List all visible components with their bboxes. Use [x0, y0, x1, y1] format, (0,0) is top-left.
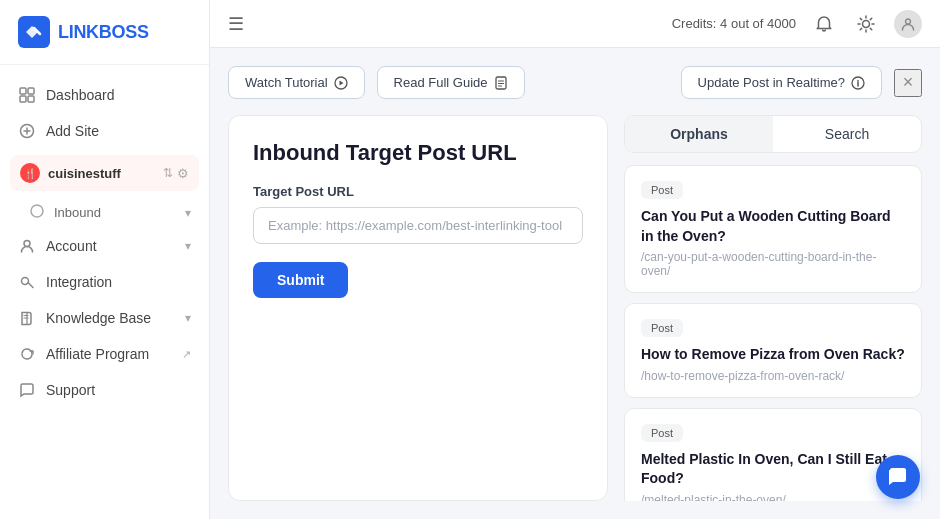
nav-label-knowledge-base: Knowledge Base — [46, 310, 151, 326]
update-realtime-label: Update Post in Realtime? — [698, 75, 845, 90]
nav-item-account[interactable]: Account ▾ — [0, 228, 209, 264]
svg-rect-4 — [28, 96, 34, 102]
logo-icon — [18, 16, 50, 48]
sort-icon[interactable]: ⇅ — [163, 166, 173, 181]
post-card-0[interactable]: Post Can You Put a Wooden Cutting Board … — [624, 165, 922, 293]
nav-item-knowledge-base[interactable]: Knowledge Base ▾ — [0, 300, 209, 336]
submit-label: Submit — [277, 272, 324, 288]
play-icon — [334, 76, 348, 90]
user-icon — [18, 237, 36, 255]
gear-icon[interactable]: ⚙ — [177, 166, 189, 181]
book-icon — [18, 309, 36, 327]
nav-label-add-site: Add Site — [46, 123, 99, 139]
read-guide-button[interactable]: Read Full Guide — [377, 66, 525, 99]
posts-list: Post Can You Put a Wooden Cutting Board … — [624, 165, 922, 501]
svg-point-6 — [31, 205, 43, 217]
nav-label-support: Support — [46, 382, 95, 398]
svg-rect-1 — [20, 88, 26, 94]
logo-text: LINKBOSS — [58, 22, 149, 43]
url-field-label: Target Post URL — [253, 184, 583, 199]
post-url-2: /melted-plastic-in-the-oven/ — [641, 493, 905, 501]
url-field-group: Target Post URL — [253, 184, 583, 244]
theme-icon[interactable] — [852, 10, 880, 38]
post-url-1: /how-to-remove-pizza-from-oven-rack/ — [641, 369, 905, 383]
svg-point-9 — [863, 20, 870, 27]
close-label: × — [903, 72, 914, 93]
columns: Inbound Target Post URL Target Post URL … — [228, 115, 922, 501]
submit-button[interactable]: Submit — [253, 262, 348, 298]
post-title-2: Melted Plastic In Oven, Can I Still Eat … — [641, 450, 905, 489]
svg-rect-2 — [28, 88, 34, 94]
tabs-row: Orphans Search — [624, 115, 922, 153]
nav-item-integration[interactable]: Integration — [0, 264, 209, 300]
nav-item-dashboard[interactable]: Dashboard — [0, 77, 209, 113]
nav-label-account: Account — [46, 238, 97, 254]
svg-point-7 — [24, 241, 30, 247]
svg-rect-3 — [20, 96, 26, 102]
inbound-chevron: ▾ — [185, 206, 191, 220]
external-icon: ↗ — [182, 348, 191, 361]
content-area: Watch Tutorial Read Full Guide Update Po… — [210, 48, 940, 519]
nav-item-add-site[interactable]: Add Site — [0, 113, 209, 149]
chat-icon — [18, 381, 36, 399]
nav-label-integration: Integration — [46, 274, 112, 290]
panel-title: Inbound Target Post URL — [253, 140, 583, 166]
post-tag-1: Post — [641, 319, 683, 337]
svg-point-10 — [906, 19, 911, 24]
post-url-0: /can-you-put-a-wooden-cutting-board-in-t… — [641, 250, 905, 278]
info-icon — [851, 76, 865, 90]
chat-bubble[interactable] — [876, 455, 920, 499]
right-panel: Orphans Search Post Can You Put a Wooden… — [624, 115, 922, 501]
key-icon — [18, 273, 36, 291]
topbar-left: ☰ — [228, 13, 244, 35]
document-icon — [494, 76, 508, 90]
url-input[interactable] — [253, 207, 583, 244]
tab-orphans[interactable]: Orphans — [625, 116, 773, 152]
site-name: cuisinestuff — [48, 166, 155, 181]
avatar[interactable] — [894, 10, 922, 38]
sidebar: LINKBOSS Dashboard Add Site — [0, 0, 210, 519]
account-chevron: ▾ — [185, 239, 191, 253]
post-tag-2: Post — [641, 424, 683, 442]
post-card-2[interactable]: Post Melted Plastic In Oven, Can I Still… — [624, 408, 922, 501]
chat-bubble-icon — [887, 466, 909, 488]
inbound-icon — [30, 204, 44, 221]
left-panel: Inbound Target Post URL Target Post URL … — [228, 115, 608, 501]
sidebar-nav: Dashboard Add Site 🍴 cuisinestuff ⇅ ⚙ — [0, 65, 209, 519]
post-tag-0: Post — [641, 181, 683, 199]
sidebar-logo: LINKBOSS — [0, 0, 209, 65]
post-card-1[interactable]: Post How to Remove Pizza from Oven Rack?… — [624, 303, 922, 398]
watch-tutorial-button[interactable]: Watch Tutorial — [228, 66, 365, 99]
nav-item-affiliate[interactable]: Affiliate Program ↗ — [0, 336, 209, 372]
nav-item-support[interactable]: Support — [0, 372, 209, 408]
nav-label-dashboard: Dashboard — [46, 87, 115, 103]
credits-text: Credits: 4 out of 4000 — [672, 16, 796, 31]
nav-label-affiliate: Affiliate Program — [46, 346, 149, 362]
tab-search-label: Search — [825, 126, 869, 142]
tab-search[interactable]: Search — [773, 116, 921, 152]
post-title-1: How to Remove Pizza from Oven Rack? — [641, 345, 905, 365]
site-section: 🍴 cuisinestuff ⇅ ⚙ — [0, 149, 209, 197]
inbound-item[interactable]: Inbound ▾ — [0, 197, 209, 228]
read-guide-label: Read Full Guide — [394, 75, 488, 90]
site-icon: 🍴 — [20, 163, 40, 183]
tutorial-bar: Watch Tutorial Read Full Guide Update Po… — [228, 66, 922, 99]
inbound-label: Inbound — [54, 205, 101, 220]
close-button[interactable]: × — [894, 69, 922, 97]
topbar: ☰ Credits: 4 out of 4000 — [210, 0, 940, 48]
kb-chevron: ▾ — [185, 311, 191, 325]
site-controls: ⇅ ⚙ — [163, 166, 189, 181]
hamburger-icon[interactable]: ☰ — [228, 13, 244, 35]
topbar-right: Credits: 4 out of 4000 — [672, 10, 922, 38]
plus-icon — [18, 122, 36, 140]
affiliate-icon — [18, 345, 36, 363]
watch-tutorial-label: Watch Tutorial — [245, 75, 328, 90]
post-title-0: Can You Put a Wooden Cutting Board in th… — [641, 207, 905, 246]
grid-icon — [18, 86, 36, 104]
bell-icon[interactable] — [810, 10, 838, 38]
tab-orphans-label: Orphans — [670, 126, 728, 142]
main-area: ☰ Credits: 4 out of 4000 — [210, 0, 940, 519]
site-badge[interactable]: 🍴 cuisinestuff ⇅ ⚙ — [10, 155, 199, 191]
update-realtime-button[interactable]: Update Post in Realtime? — [681, 66, 882, 99]
svg-point-8 — [22, 278, 29, 285]
